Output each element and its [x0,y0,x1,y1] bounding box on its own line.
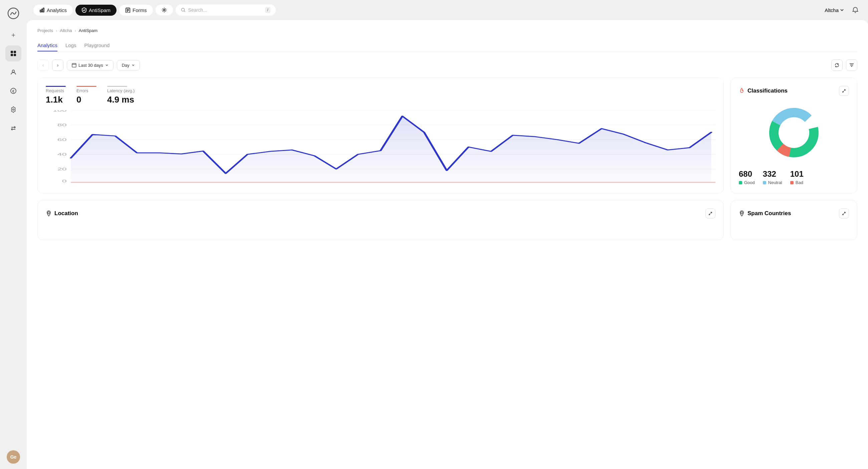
antispam-nav-button[interactable]: AntiSpam [75,5,117,16]
bad-value: 101 [790,169,804,179]
errors-label: Errors [76,88,96,93]
topnav-right: Altcha [825,4,861,16]
spam-countries-icon [739,210,745,216]
date-range-select[interactable]: Last 30 days [67,60,114,70]
svg-rect-14 [72,63,76,67]
forms-nav-label: Forms [132,7,147,13]
filter-button[interactable] [846,59,857,71]
svg-rect-2 [14,51,16,53]
neutral-value: 332 [763,169,782,179]
neutral-stat: 332 Neutral [763,169,782,185]
transfer-button[interactable] [5,120,21,136]
requests-value: 1.1k [46,94,66,105]
spam-countries-expand-button[interactable] [839,208,849,218]
svg-rect-9 [42,9,43,12]
errors-line-indicator [76,86,96,87]
requests-line-indicator [46,86,66,87]
svg-rect-10 [43,8,44,12]
spam-countries-card: Spam Countries [731,200,857,240]
bottom-row: Location Spam C [37,200,857,240]
errors-legend: Errors 0 [76,86,96,105]
svg-text:Sep 19: Sep 19 [84,183,104,184]
location-expand-button[interactable] [705,208,715,218]
svg-text:Sep 30: Sep 30 [328,183,347,184]
user-label: Altcha [825,7,839,13]
settings-button[interactable] [5,101,21,118]
spam-countries-title-label: Spam Countries [747,210,791,217]
main-area: Analytics AntiSpam Forms Search. [27,0,868,469]
grid-button[interactable] [5,46,21,61]
svg-text:0: 0 [62,179,67,183]
svg-text:Sep 25: Sep 25 [217,183,237,184]
svg-text:80: 80 [57,123,67,127]
svg-point-62 [741,212,743,214]
donut-chart-container [739,102,849,163]
latency-label: Latency (avg.) [107,88,134,93]
bad-label: Bad [790,180,804,185]
svg-text:€: € [12,89,14,93]
user-button[interactable] [5,64,21,80]
good-stat: 680 Good [739,169,755,185]
notifications-button[interactable] [849,4,861,16]
forms-nav-button[interactable]: Forms [119,5,153,16]
good-dot [739,181,742,184]
svg-text:Sep 28: Sep 28 [283,183,303,184]
svg-rect-4 [14,54,16,56]
location-title-label: Location [54,210,78,217]
analytics-nav-label: Analytics [47,7,67,13]
gear-nav-button[interactable] [156,5,173,16]
location-card: Location [37,200,724,240]
classifications-card: Classifications [731,78,857,194]
svg-text:60: 60 [57,138,67,142]
chart-svg: 100 80 60 40 20 0 Sep 18 Sep 19 Sep [46,110,715,184]
flame-icon [739,88,745,94]
breadcrumb-projects[interactable]: Projects [37,28,53,33]
latency-legend: Latency (avg.) 4.9 ms [107,86,134,105]
svg-text:Sep 22: Sep 22 [151,183,171,184]
user-menu[interactable]: Altcha [825,7,844,13]
errors-value: 0 [76,94,96,105]
svg-text:20: 20 [57,167,67,171]
line-chart: 100 80 60 40 20 0 Sep 18 Sep 19 Sep [46,110,715,184]
controls-bar: ‹ › Last 30 days Day [37,59,857,71]
tab-analytics[interactable]: Analytics [37,40,57,52]
classifications-title-label: Classifications [747,88,787,94]
svg-point-5 [12,70,15,72]
breadcrumb-antispam[interactable]: AntiSpam [79,28,97,33]
svg-text:Sep 24: Sep 24 [194,183,215,184]
tab-playground[interactable]: Playground [85,40,110,52]
logo[interactable] [5,5,21,21]
add-button[interactable]: ＋ [5,27,21,43]
search-bar[interactable]: Search... / [176,4,276,16]
svg-rect-1 [11,51,13,53]
location-title: Location [46,210,78,217]
svg-text:Sep 29: Sep 29 [306,183,326,184]
svg-point-61 [48,212,50,214]
svg-text:Sep 20: Sep 20 [106,183,127,184]
svg-text:Sep 21: Sep 21 [128,183,148,184]
analytics-nav-button[interactable]: Analytics [33,5,73,16]
location-card-header: Location [46,208,715,218]
spam-countries-title: Spam Countries [739,210,791,217]
next-button[interactable]: › [52,59,63,71]
svg-text:Sep 27: Sep 27 [261,183,281,184]
billing-button[interactable]: € [5,83,21,99]
bad-stat: 101 Bad [790,169,804,185]
good-value: 680 [739,169,755,179]
granularity-select[interactable]: Day [117,60,140,70]
location-icon [46,210,52,216]
user-avatar[interactable]: Ge [7,450,20,464]
donut-chart [764,102,824,163]
prev-button[interactable]: ‹ [37,59,49,71]
refresh-button[interactable] [831,59,843,71]
dashboard-grid: Requests 1.1k Errors 0 Latency (avg.) 4.… [37,78,857,194]
svg-text:40: 40 [57,152,67,156]
classifications-expand-button[interactable] [839,86,849,96]
classifications-header: Classifications [739,86,849,96]
svg-point-12 [163,9,165,11]
tab-logs[interactable]: Logs [65,40,76,52]
breadcrumb-sep-2: › [74,28,76,33]
breadcrumb-altcha[interactable]: Altcha [60,28,72,33]
antispam-nav-label: AntiSpam [89,7,111,13]
neutral-label: Neutral [763,180,782,185]
